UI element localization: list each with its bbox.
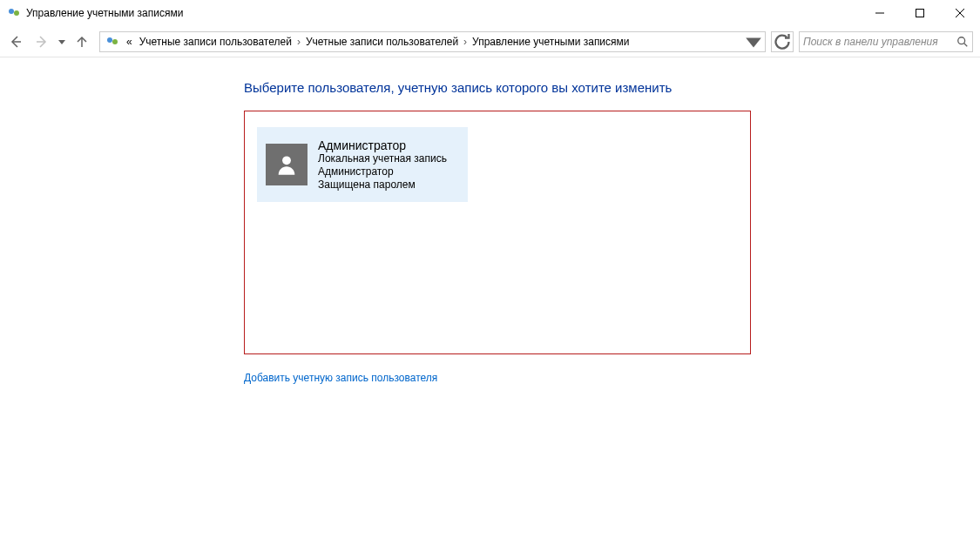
svg-line-11: [964, 43, 968, 46]
breadcrumb-item[interactable]: Учетные записи пользователей: [302, 36, 462, 48]
breadcrumb-icon: [105, 35, 119, 49]
back-button[interactable]: [3, 30, 28, 54]
app-icon: [7, 6, 21, 20]
svg-point-0: [9, 9, 14, 14]
chevron-right-icon: ›: [462, 36, 469, 48]
address-dropdown-icon[interactable]: [744, 32, 763, 51]
chevron-right-icon: ›: [295, 36, 302, 48]
content-area: Выберите пользователя, учетную запись ко…: [0, 57, 980, 384]
account-role: Администратор: [318, 165, 447, 178]
avatar-icon: [266, 144, 308, 185]
svg-point-1: [14, 10, 19, 16]
account-item[interactable]: Администратор Локальная учетная запись А…: [257, 127, 468, 202]
svg-point-10: [958, 37, 965, 44]
svg-point-8: [107, 37, 112, 43]
accounts-list: Администратор Локальная учетная запись А…: [244, 111, 751, 354]
refresh-button[interactable]: [771, 31, 794, 52]
page-heading: Выберите пользователя, учетную запись ко…: [244, 80, 980, 95]
minimize-button[interactable]: [860, 0, 900, 26]
close-button[interactable]: [940, 0, 980, 26]
svg-point-9: [112, 39, 118, 44]
search-input[interactable]: Поиск в панели управления: [799, 31, 973, 52]
account-type: Локальная учетная запись: [318, 152, 447, 165]
svg-rect-3: [916, 10, 924, 17]
breadcrumb-item[interactable]: Учетные записи пользователей: [136, 36, 295, 48]
svg-point-12: [282, 156, 291, 165]
titlebar: Управление учетными записями: [0, 0, 980, 26]
address-bar[interactable]: « Учетные записи пользователей › Учетные…: [99, 31, 766, 52]
account-password-status: Защищена паролем: [318, 178, 447, 192]
search-icon: [956, 36, 969, 48]
add-account-link[interactable]: Добавить учетную запись пользователя: [244, 372, 437, 384]
history-dropdown-icon[interactable]: [56, 30, 68, 54]
up-button[interactable]: [70, 30, 94, 54]
account-name: Администратор: [318, 138, 447, 152]
nav-row: « Учетные записи пользователей › Учетные…: [0, 26, 980, 57]
breadcrumb-item[interactable]: Управление учетными записями: [469, 36, 632, 48]
window-title: Управление учетными записями: [26, 7, 183, 19]
search-placeholder: Поиск в панели управления: [803, 36, 956, 48]
account-text: Администратор Локальная учетная запись А…: [318, 138, 447, 192]
maximize-button[interactable]: [900, 0, 940, 26]
breadcrumb-prefix: «: [123, 36, 136, 48]
forward-button[interactable]: [30, 30, 54, 54]
